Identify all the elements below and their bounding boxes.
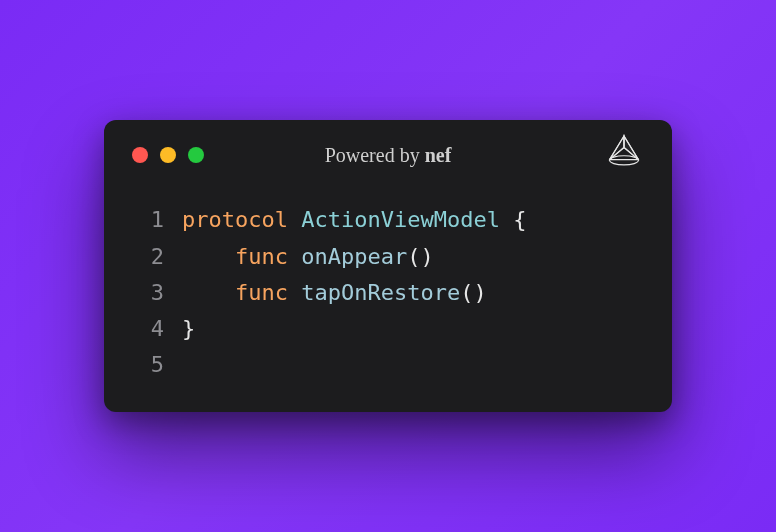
svg-point-3	[610, 156, 639, 165]
code-line: 4}	[104, 311, 672, 347]
code-content: }	[182, 311, 195, 347]
traffic-lights	[132, 147, 204, 163]
title-prefix: Powered by	[325, 144, 425, 166]
line-number: 1	[104, 202, 182, 238]
line-number: 4	[104, 311, 182, 347]
code-content: func onAppear()	[182, 239, 434, 275]
titlebar: Powered by nef	[104, 120, 672, 180]
code-content: protocol ActionViewModel {	[182, 202, 526, 238]
line-number: 2	[104, 239, 182, 275]
window-title: Powered by nef	[325, 144, 452, 167]
line-number: 3	[104, 275, 182, 311]
code-line: 5	[104, 347, 672, 383]
code-line: 1protocol ActionViewModel {	[104, 202, 672, 238]
zoom-icon[interactable]	[188, 147, 204, 163]
close-icon[interactable]	[132, 147, 148, 163]
line-number: 5	[104, 347, 182, 383]
code-area: 1protocol ActionViewModel {2 func onAppe…	[104, 180, 672, 383]
title-brand: nef	[425, 144, 452, 166]
code-line: 2 func onAppear()	[104, 239, 672, 275]
minimize-icon[interactable]	[160, 147, 176, 163]
nef-logo-icon	[604, 132, 644, 172]
code-line: 3 func tapOnRestore()	[104, 275, 672, 311]
code-content: func tapOnRestore()	[182, 275, 487, 311]
code-window: Powered by nef 1protocol ActionViewModel…	[104, 120, 672, 411]
